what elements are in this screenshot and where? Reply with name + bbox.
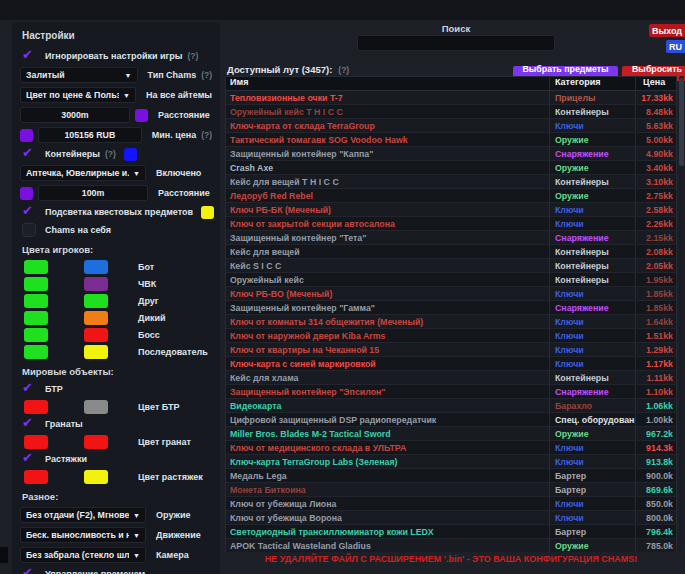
exit-button[interactable]: Выход	[649, 24, 685, 37]
table-row[interactable]: Кейс S I C CКонтейнеры2.05kk	[226, 259, 676, 273]
table-row[interactable]: Защищенный контейнер "Гамма"Снаряжение1.…	[226, 301, 676, 315]
color-swatch[interactable]	[84, 260, 108, 274]
table-row[interactable]: Ключ от наружной двери Kiba ArmsКлючи1.5…	[226, 329, 676, 343]
color-swatch[interactable]	[24, 400, 48, 414]
color-swatch[interactable]	[84, 345, 108, 359]
checkbox-checked[interactable]	[22, 49, 36, 63]
table-row[interactable]: Цифровой защищенный DSP радиопередатчикС…	[226, 413, 676, 427]
checkbox-row: Подсветка квестовых предметов	[20, 205, 212, 219]
checkbox-checked[interactable]	[22, 205, 36, 219]
table-row[interactable]: Ключ от медицинского склада в УЛЬТРАКлюч…	[226, 441, 676, 455]
table-row[interactable]: Ледоруб Red RebelОружие2.75kk	[226, 189, 676, 203]
value-input[interactable]: 100m	[38, 185, 148, 201]
column-header-price[interactable]: Цена	[635, 77, 676, 90]
color-swatch[interactable]	[124, 148, 137, 161]
color-swatch[interactable]	[20, 187, 33, 200]
table-row[interactable]: Защищенный контейнер "Эпсилон"Снаряжение…	[226, 385, 676, 399]
column-header-category[interactable]: Категория	[549, 77, 635, 90]
table-row[interactable]: Монета БиткоинаБартер869.6k	[226, 483, 676, 497]
color-swatch[interactable]	[84, 435, 108, 449]
dropdown[interactable]: Без забрала (стекло шлема)▼	[20, 547, 146, 563]
table-row[interactable]: Ключ от закрытой секции автосалонаКлючи2…	[226, 217, 676, 231]
color-swatch[interactable]	[84, 400, 108, 414]
color-swatch[interactable]	[24, 435, 48, 449]
color-pair-label: Друг	[138, 296, 159, 306]
color-swatch[interactable]	[84, 294, 108, 308]
color-swatch[interactable]	[24, 345, 48, 359]
table-row[interactable]: Оружейный кейсКонтейнеры1.95kk	[226, 273, 676, 287]
color-swatch[interactable]	[24, 328, 48, 342]
color-swatch[interactable]	[24, 260, 48, 274]
checkbox-checked[interactable]	[22, 147, 36, 161]
table-row[interactable]: Защищенный контейнер "Тета"Снаряжение2.1…	[226, 231, 676, 245]
item-price: 1.17kk	[635, 357, 676, 370]
table-row[interactable]: Медаль LegaБартер900.0k	[226, 469, 676, 483]
table-row[interactable]: Ключ от комнаты 314 общежития (Меченый)К…	[226, 315, 676, 329]
checkbox-unchecked[interactable]	[22, 223, 36, 237]
table-scrollbar[interactable]	[679, 76, 684, 552]
checkbox-checked[interactable]	[22, 382, 36, 396]
table-row[interactable]: Ключ от убежища ЛионаКлючи850.0k	[226, 497, 676, 511]
color-swatch[interactable]	[84, 470, 108, 484]
checkbox-checked[interactable]	[22, 567, 36, 574]
dropdown-row: Без забрала (стекло шлема)▼Камера	[20, 547, 212, 563]
checkbox-checked[interactable]	[22, 417, 36, 431]
table-row[interactable]: Ключ от квартиры на Чеканной 15Ключи1.29…	[226, 343, 676, 357]
color-swatch[interactable]	[20, 129, 33, 142]
scrollbar-thumb[interactable]	[679, 78, 684, 166]
item-price: 796.4k	[635, 525, 676, 538]
table-row[interactable]: Ключ РБ-БК (Меченый)Ключи2.58kk	[226, 203, 676, 217]
color-pair-row: Последователь	[20, 345, 212, 359]
color-swatch[interactable]	[24, 294, 48, 308]
value-input[interactable]: 3000m	[20, 107, 130, 123]
help-icon: (?)	[338, 65, 349, 75]
table-row[interactable]: Miller Bros. Blades M-2 Tactical SwordОр…	[226, 427, 676, 441]
language-button[interactable]: RU	[666, 40, 685, 53]
table-row[interactable]: Кейс для вещейКонтейнеры2.08kk	[226, 245, 676, 259]
color-swatch[interactable]	[24, 277, 48, 291]
table-row[interactable]: Ключ-карта от склада TerraGroupКлючи5.63…	[226, 119, 676, 133]
dropdown[interactable]: Беск. выносливость и нет уста▼	[20, 527, 146, 543]
table-row[interactable]: Тактический томагавк SOG Voodoo HawkОруж…	[226, 133, 676, 147]
table-row[interactable]: ВидеокартаБарахло1.06kk	[226, 399, 676, 413]
color-swatch[interactable]	[135, 109, 148, 122]
table-row[interactable]: Кейс для хламаКонтейнеры1.11kk	[226, 371, 676, 385]
dropdown[interactable]: Цвет по цене & Пользователь▼	[20, 87, 136, 103]
color-swatch[interactable]	[84, 277, 108, 291]
dropdown-value: Без отдачи (F2), Мгновенное п	[26, 510, 129, 520]
checkbox-label: Chams на себя	[45, 225, 111, 235]
search-input[interactable]	[357, 35, 555, 51]
dropdown-label: На все айтемы	[146, 90, 212, 100]
table-row[interactable]: Ключ от убежища ВоронаКлючи800.0k	[226, 511, 676, 525]
color-swatch[interactable]	[24, 470, 48, 484]
table-row[interactable]: Кейс для вещей T H I C CКонтейнеры3.10kk	[226, 175, 676, 189]
table-row[interactable]: Тепловизионные очки T-7Прицелы17.33kk	[226, 91, 676, 105]
input-label: Расстояние	[158, 110, 210, 120]
table-row[interactable]: Светодиодный трансиллюминатор кожи LEDXБ…	[226, 525, 676, 539]
table-row[interactable]: Оружейный кейс T H I C CКонтейнеры8.48kk	[226, 105, 676, 119]
dropdown[interactable]: Без отдачи (F2), Мгновенное п▼	[20, 507, 146, 523]
chevron-down-icon: ▼	[123, 92, 130, 99]
value-input[interactable]: 105156 RUB	[38, 127, 142, 143]
column-header-name[interactable]: Имя	[226, 77, 549, 90]
item-category: Снаряжение	[549, 385, 635, 398]
color-swatch[interactable]	[24, 311, 48, 325]
dropdown[interactable]: Аптечка, Ювелирные и...▼	[20, 165, 146, 181]
color-swatch[interactable]	[201, 206, 214, 219]
help-icon: (?)	[201, 70, 212, 80]
color-swatch[interactable]	[84, 311, 108, 325]
input-row: 105156 RUBМин. цена(?)	[20, 127, 212, 143]
loot-table: Имя Категория Цена Тепловизионные очки T…	[225, 76, 677, 552]
table-row[interactable]: APOK Tactical Wasteland GladiusОружие785…	[226, 539, 676, 552]
table-row[interactable]: Crash AxeОружие3.40kk	[226, 161, 676, 175]
table-row[interactable]: Ключ-карта TerraGroup Labs (Зеленая)Ключ…	[226, 455, 676, 469]
item-price: 3.40kk	[635, 161, 676, 174]
item-name: Кейс для хлама	[226, 373, 549, 383]
item-price: 3.10kk	[635, 175, 676, 188]
checkbox-checked[interactable]	[22, 452, 36, 466]
color-swatch[interactable]	[84, 328, 108, 342]
table-row[interactable]: Ключ РБ-ВО (Меченый)Ключи1.85kk	[226, 287, 676, 301]
dropdown[interactable]: Залитый▼	[20, 67, 138, 83]
table-row[interactable]: Ключ-карта с синей маркировкойКлючи1.17k…	[226, 357, 676, 371]
table-row[interactable]: Защищенный контейнер "Каппа"Снаряжение4.…	[226, 147, 676, 161]
